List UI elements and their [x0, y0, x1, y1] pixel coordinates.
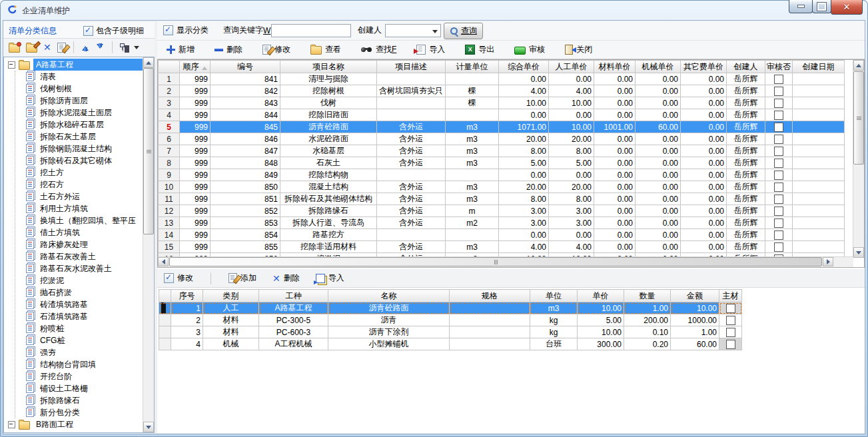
cell[interactable]: 10.00 — [549, 121, 594, 133]
cell[interactable]: 沥青砼路面 — [328, 302, 450, 314]
cell[interactable]: 含外运 — [377, 205, 446, 217]
tree-item[interactable]: 挖土方 — [26, 167, 143, 179]
cell[interactable]: 0.00 — [681, 169, 727, 181]
cell[interactable]: 岳所辉 — [727, 205, 765, 217]
tree-item-label[interactable]: 新分包分类 — [37, 406, 83, 418]
main-material-checkbox[interactable] — [726, 316, 735, 325]
cell-create-date[interactable] — [793, 97, 845, 109]
cell[interactable]: 0.00 — [636, 181, 681, 193]
cell-audit[interactable] — [765, 133, 793, 145]
cell-audit[interactable] — [765, 241, 793, 253]
tree-item[interactable]: 拆除水稳碎石基层 — [26, 119, 143, 131]
audit-checkbox[interactable] — [774, 99, 783, 108]
tree-item-label[interactable]: 利用土方填筑 — [37, 203, 91, 215]
cell[interactable] — [377, 229, 446, 241]
cell[interactable]: 3 — [171, 326, 203, 338]
cell[interactable]: 岳所辉 — [727, 157, 765, 169]
audit-checkbox[interactable] — [774, 218, 783, 228]
cell[interactable]: 0.00 — [636, 109, 681, 121]
tree-layout-icon[interactable] — [120, 43, 129, 51]
scroll-left-button[interactable] — [158, 257, 169, 266]
cell-create-date[interactable] — [793, 85, 845, 97]
row-number[interactable]: 1 — [159, 73, 180, 85]
cell[interactable]: 0.00 — [681, 217, 727, 229]
cell[interactable]: 岳所辉 — [727, 241, 765, 253]
column-header-6[interactable]: 单位 — [530, 290, 578, 302]
cell[interactable]: 0.00 — [636, 133, 681, 145]
cell[interactable]: 10.00 — [671, 302, 719, 314]
cell[interactable]: 10.00 — [499, 97, 549, 109]
column-header-corner[interactable] — [159, 61, 180, 73]
tree-root-label[interactable]: B路面工程 — [33, 418, 76, 430]
cell[interactable]: 849 — [211, 169, 280, 181]
cell[interactable]: PC-300-5 — [259, 314, 328, 326]
query-button[interactable]: 查询 — [444, 23, 483, 39]
cell[interactable]: 0.00 — [681, 109, 727, 121]
detail-modify-checkbox[interactable] — [164, 273, 174, 283]
cell[interactable]: 852 — [211, 205, 280, 217]
tree-item[interactable]: 换填土（翻挖回填、整平压 — [26, 215, 143, 226]
cell[interactable]: 4.00 — [549, 241, 594, 253]
cell[interactable]: 岳所辉 — [727, 133, 765, 145]
cell-audit[interactable] — [765, 73, 793, 85]
cell[interactable]: 845 — [211, 121, 280, 133]
tree-item[interactable]: 开挖台阶 — [26, 370, 143, 382]
row-number[interactable]: 12 — [159, 205, 180, 217]
cell[interactable]: 0.00 — [636, 85, 681, 97]
maximize-button[interactable] — [812, 0, 831, 13]
column-header-9[interactable]: 机械单价 — [636, 61, 681, 73]
column-header-5[interactable]: 计量单位 — [446, 61, 499, 73]
cell[interactable]: 棵 — [446, 85, 499, 97]
row-number[interactable]: 2 — [159, 85, 180, 97]
row-selector[interactable] — [159, 326, 171, 338]
cell[interactable]: 5.00 — [578, 314, 624, 326]
tree-root-item[interactable]: B路面工程 — [5, 418, 143, 430]
cell[interactable]: 846 — [211, 133, 280, 145]
cell[interactable]: 841 — [211, 73, 280, 85]
tree-item[interactable]: 拆除石灰土基层 — [26, 131, 143, 143]
cell[interactable]: 999 — [180, 241, 211, 253]
cell[interactable]: 岳所辉 — [727, 85, 765, 97]
scroll-up-button[interactable] — [853, 60, 864, 71]
detail-modify-toggle[interactable]: 修改 — [164, 272, 193, 284]
scroll-up-button[interactable] — [143, 57, 154, 68]
cell[interactable]: 0.00 — [681, 157, 727, 169]
cell[interactable]: 0.00 — [594, 73, 636, 85]
cell[interactable]: 岳所辉 — [727, 97, 765, 109]
cell[interactable]: 8.00 — [499, 193, 549, 205]
tree-item[interactable]: CFG桩 — [26, 334, 143, 346]
cell[interactable]: 含外运 — [377, 133, 446, 145]
cell[interactable]: 10.00 — [578, 326, 624, 338]
tree-item-label[interactable]: 路床掺灰处理 — [37, 238, 91, 250]
audit-checkbox[interactable] — [774, 183, 783, 192]
cell[interactable] — [450, 314, 530, 326]
cell-create-date[interactable] — [793, 193, 845, 205]
column-header-selector[interactable] — [159, 290, 171, 302]
cell[interactable]: 0.00 — [681, 229, 727, 241]
cell[interactable]: 0.00 — [549, 169, 594, 181]
cell-create-date[interactable] — [793, 169, 845, 181]
cell[interactable]: m2 — [446, 217, 499, 229]
cell[interactable] — [446, 73, 499, 85]
cell[interactable]: 岳所辉 — [727, 121, 765, 133]
cell[interactable]: 0.00 — [636, 157, 681, 169]
tree-item-label[interactable]: 拆除沥青面层 — [37, 95, 91, 107]
main-grid-hscrollbar[interactable] — [158, 256, 853, 267]
column-header-1[interactable]: 顺序 — [180, 61, 211, 73]
cell[interactable]: 岳所辉 — [727, 169, 765, 181]
cell[interactable]: 沥青下涂剂 — [328, 326, 450, 338]
cell[interactable]: 人工 — [203, 302, 259, 314]
cell[interactable] — [377, 169, 446, 181]
audit-checkbox[interactable] — [774, 207, 783, 216]
audit-button[interactable]: 审核 — [514, 44, 545, 55]
cell[interactable]: 853 — [211, 217, 280, 229]
cell[interactable]: 0.00 — [549, 109, 594, 121]
tree-item[interactable]: 路基石灰水泥改善土 — [26, 262, 143, 274]
tree-item[interactable]: 拆除水泥混凝土面层 — [26, 107, 143, 119]
tree-item[interactable]: 土石方外运 — [26, 191, 143, 203]
cell[interactable]: 路基挖方 — [280, 229, 377, 241]
cell-audit[interactable] — [765, 121, 793, 133]
cell[interactable]: 0.00 — [681, 73, 727, 85]
row-selector[interactable] — [159, 314, 171, 326]
cell-main-material[interactable] — [719, 314, 742, 326]
